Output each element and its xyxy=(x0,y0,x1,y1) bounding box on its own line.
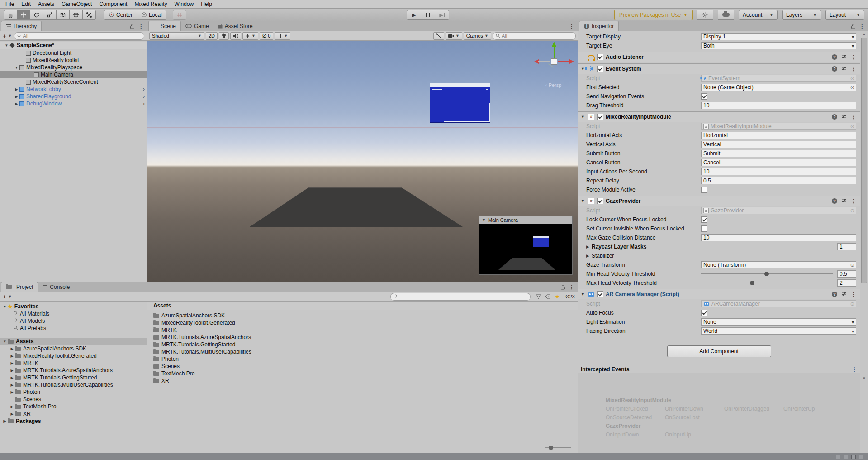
menu-item[interactable]: Assets xyxy=(34,0,58,8)
script-field[interactable]: #GazeProvider xyxy=(701,207,856,214)
effects-dropdown-button[interactable]: ▼ xyxy=(242,32,258,40)
project-tree-row[interactable]: ▶ Photon xyxy=(0,388,147,396)
tool-settings-button[interactable] xyxy=(433,32,444,40)
event-system-header[interactable]: ▼ Event System ?⋮ xyxy=(578,63,860,74)
2d-toggle-button[interactable]: 2D xyxy=(206,32,218,40)
menu-item[interactable]: Edit xyxy=(18,0,34,8)
cancel-button-field[interactable]: Cancel xyxy=(701,159,856,166)
hierarchy-row[interactable]: ▶ NetworkLobby xyxy=(0,86,147,93)
hierarchy-row[interactable]: ▶ DebugWindow xyxy=(0,100,147,107)
help-icon[interactable]: ? xyxy=(832,54,837,60)
favorites-item[interactable]: All Prefabs xyxy=(0,325,147,332)
submit-button-field[interactable]: Submit xyxy=(701,150,856,157)
transform-tool-button[interactable] xyxy=(69,10,83,20)
scene-object-platform[interactable] xyxy=(250,188,463,227)
hierarchy-row[interactable]: ▼ SampleScene* xyxy=(0,42,147,49)
create-button[interactable]: + xyxy=(3,33,6,39)
scene-orientation-gizmo[interactable] xyxy=(534,42,577,85)
presets-icon[interactable] xyxy=(841,54,847,60)
foldout-arrow-icon[interactable]: ▶ xyxy=(14,102,19,106)
hidden-packages-button[interactable]: Ø23 xyxy=(565,294,575,299)
first-selected-object-field[interactable]: None (Game Object) xyxy=(701,84,856,91)
grid-visibility-dropdown[interactable]: ▼ xyxy=(275,32,290,40)
favorites-root[interactable]: ▼ ★ Favorites xyxy=(0,303,147,310)
rotation-mode-button[interactable]: Local xyxy=(137,10,166,20)
foldout-arrow-icon[interactable]: ▼ xyxy=(581,115,585,119)
component-enabled-checkbox[interactable] xyxy=(597,54,603,60)
min-head-velocity-field[interactable]: 0.5 xyxy=(837,270,856,278)
max-head-velocity-field[interactable]: 2 xyxy=(837,279,856,287)
audio-listener-header[interactable]: Audio Listener ?⋮ xyxy=(578,52,860,62)
foldout-arrow-icon[interactable]: ▶ xyxy=(9,412,15,416)
asset-list-row[interactable]: MixedRealityToolkit.Generated xyxy=(147,319,578,326)
kebab-menu-icon[interactable]: ⋮ xyxy=(851,198,856,204)
scale-tool-button[interactable] xyxy=(43,10,57,20)
project-tree-row[interactable]: ▶ MixedRealityToolkit.Generated xyxy=(0,352,147,359)
stabilizer-row[interactable]: ▶ Stabilizer xyxy=(578,251,860,260)
presets-icon[interactable] xyxy=(841,291,847,297)
kebab-menu-icon[interactable]: ⋮ xyxy=(569,284,574,290)
project-tree-row[interactable]: ▶ MRTK.Tutorials.AzureSpatialAnchors xyxy=(0,367,147,374)
project-tree-row[interactable]: ▶ MRTK xyxy=(0,359,147,367)
foldout-arrow-icon[interactable]: ▼ xyxy=(4,43,9,48)
help-icon[interactable]: ? xyxy=(832,292,837,297)
tab-scene[interactable]: Scene xyxy=(148,21,181,31)
lock-icon[interactable] xyxy=(560,284,565,290)
foldout-arrow-icon[interactable]: ▶ xyxy=(9,405,15,409)
add-component-button[interactable]: Add Component xyxy=(667,345,771,357)
saved-search-star-icon[interactable]: ★ xyxy=(555,293,560,300)
component-enabled-checkbox[interactable] xyxy=(597,291,603,297)
create-button[interactable]: + xyxy=(3,293,6,300)
favorites-item[interactable]: All Materials xyxy=(0,310,147,317)
asset-list-row[interactable]: XR xyxy=(147,377,578,384)
shading-mode-dropdown[interactable]: Shaded ▼ xyxy=(149,32,204,40)
hierarchy-row[interactable]: MixedRealityToolkit xyxy=(0,57,147,64)
tab-asset-store[interactable]: Asset Store xyxy=(213,21,257,31)
foldout-arrow-icon[interactable]: ▼ xyxy=(2,340,8,344)
target-eye-dropdown[interactable]: Both xyxy=(701,42,856,49)
icon-size-slider[interactable] xyxy=(545,447,571,448)
scrollbar-thumb[interactable] xyxy=(861,38,867,283)
help-icon[interactable]: ? xyxy=(832,114,837,120)
project-tree-row[interactable]: ▶ XR xyxy=(0,410,147,417)
project-tree-row[interactable]: ▶ TextMesh Pro xyxy=(0,403,147,410)
project-search-input[interactable] xyxy=(390,293,531,301)
gaze-provider-header[interactable]: ▼ # GazeProvider ?⋮ xyxy=(578,196,860,206)
tab-project[interactable]: Project xyxy=(1,282,38,292)
script-field[interactable]: ARCameraManager xyxy=(701,300,856,307)
foldout-arrow-icon[interactable]: ▼ xyxy=(2,305,8,309)
facing-direction-dropdown[interactable]: World xyxy=(701,327,856,335)
layers-dropdown[interactable]: Layers▼ xyxy=(782,10,821,20)
project-tree-row[interactable]: Scenes xyxy=(0,396,147,403)
drag-threshold-field[interactable]: 10 xyxy=(701,102,856,109)
presets-icon[interactable] xyxy=(841,114,847,120)
project-tree-row[interactable]: ▶ AzureSpatialAnchors.SDK xyxy=(0,345,147,352)
cursor-invisible-checkbox[interactable] xyxy=(701,225,707,232)
force-module-checkbox[interactable] xyxy=(701,187,707,193)
vertical-axis-field[interactable]: Vertical xyxy=(701,141,856,148)
hierarchy-row[interactable]: ▶ SharedPlayground xyxy=(0,93,147,100)
slider-thumb[interactable] xyxy=(750,281,754,285)
assets-root-row[interactable]: ▼ Assets xyxy=(0,338,147,345)
asset-list-row[interactable]: MRTK xyxy=(147,326,578,334)
gizmo-center-cube[interactable] xyxy=(551,58,557,65)
script-field[interactable]: EventSystem xyxy=(701,75,856,82)
asset-list-row[interactable]: MRTK.Tutorials.GettingStarted xyxy=(147,341,578,348)
tab-hierarchy[interactable]: Hierarchy xyxy=(1,21,42,31)
hierarchy-row[interactable]: ▼ MixedRealityPlayspace xyxy=(0,64,147,71)
component-enabled-checkbox[interactable] xyxy=(597,114,603,120)
account-dropdown[interactable]: Account▼ xyxy=(739,10,778,20)
max-head-velocity-slider[interactable] xyxy=(701,283,833,283)
chevron-down-icon[interactable]: ▼ xyxy=(8,294,12,299)
chevron-down-icon[interactable]: ▼ xyxy=(8,34,12,38)
asset-list-row[interactable]: Scenes xyxy=(147,363,578,370)
component-enabled-checkbox[interactable] xyxy=(597,198,603,204)
lock-cursor-checkbox[interactable] xyxy=(701,216,707,223)
perspective-label[interactable]: ‹ Persp xyxy=(545,82,561,88)
input-actions-field[interactable]: 10 xyxy=(701,168,856,175)
layout-dropdown[interactable]: Layout▼ xyxy=(825,10,864,20)
kebab-menu-icon[interactable]: ⋮ xyxy=(138,23,144,29)
grid-snap-button[interactable] xyxy=(173,10,186,20)
gaze-transform-object-field[interactable]: None (Transform) xyxy=(701,261,856,268)
project-tree-row[interactable]: ▶ MRTK.Tutorials.GettingStarted xyxy=(0,374,147,381)
